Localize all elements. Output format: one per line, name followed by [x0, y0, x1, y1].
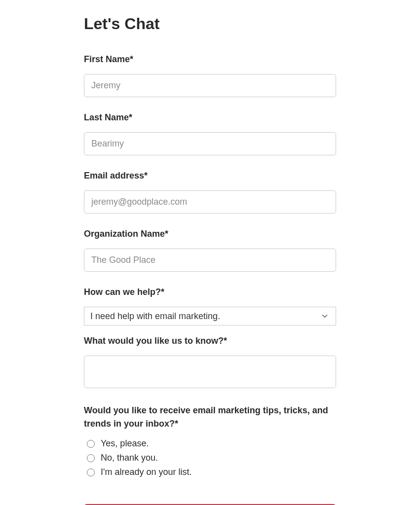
message-label: What would you like us to know?*: [84, 334, 336, 348]
subscribe-radio-yes[interactable]: [87, 440, 95, 448]
subscribe-radio-no[interactable]: [87, 454, 95, 462]
last-name-input[interactable]: [84, 132, 336, 155]
page-title: Let's Chat: [84, 15, 336, 33]
subscribe-option-label: Yes, please.: [101, 438, 149, 449]
field-last-name: Last Name*: [84, 111, 336, 155]
organization-input[interactable]: [84, 249, 336, 272]
subscribe-option-no[interactable]: No, thank you.: [84, 453, 336, 463]
last-name-label: Last Name*: [84, 111, 336, 124]
subscribe-option-label: No, thank you.: [101, 453, 158, 463]
first-name-label: First Name*: [84, 53, 336, 66]
subscribe-option-already[interactable]: I'm already on your list.: [84, 467, 336, 477]
field-subscribe: Would you like to receive email marketin…: [84, 404, 336, 477]
field-first-name: First Name*: [84, 53, 336, 97]
contact-form: Let's Chat First Name* Last Name* Email …: [84, 15, 336, 505]
help-select[interactable]: I need help with email marketing.: [84, 307, 336, 325]
field-help: How can we help?* I need help with email…: [84, 286, 336, 325]
help-label: How can we help?*: [84, 286, 336, 299]
subscribe-radio-list: Yes, please. No, thank you. I'm already …: [84, 438, 336, 477]
message-textarea[interactable]: [84, 356, 336, 388]
organization-label: Organization Name*: [84, 227, 336, 241]
help-select-wrap: I need help with email marketing.: [84, 307, 336, 325]
field-message: What would you like us to know?*: [84, 334, 336, 390]
subscribe-radio-already[interactable]: [87, 469, 95, 476]
subscribe-option-yes[interactable]: Yes, please.: [84, 438, 336, 449]
field-organization: Organization Name*: [84, 227, 336, 272]
subscribe-label: Would you like to receive email marketin…: [84, 404, 336, 431]
email-label: Email address*: [84, 169, 336, 182]
field-email: Email address*: [84, 169, 336, 214]
first-name-input[interactable]: [84, 74, 336, 97]
email-input[interactable]: [84, 190, 336, 214]
subscribe-option-label: I'm already on your list.: [101, 467, 192, 477]
